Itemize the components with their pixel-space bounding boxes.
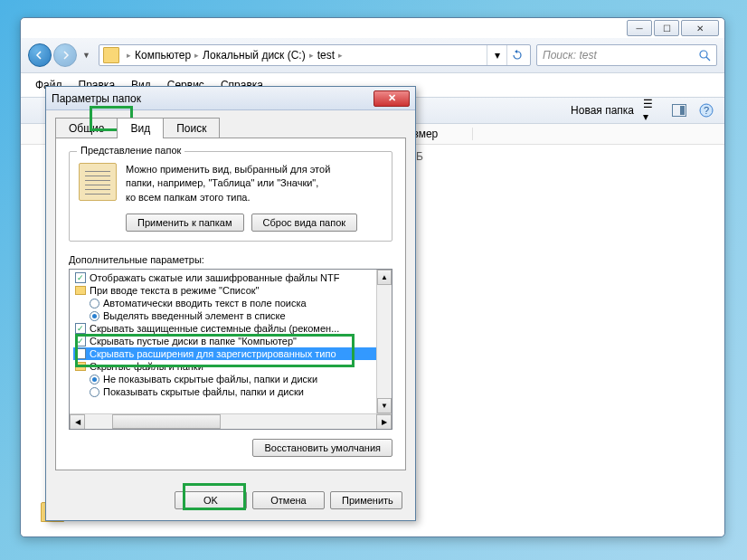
tree-item-label: Не показывать скрытые файлы, папки и дис… bbox=[103, 374, 317, 384]
tree-item-1[interactable]: При вводе текста в режиме "Список" bbox=[73, 284, 388, 297]
toolbar-new-folder[interactable]: Новая папка bbox=[571, 104, 634, 117]
radio-icon[interactable] bbox=[90, 311, 99, 321]
tab-general[interactable]: Общие bbox=[55, 118, 118, 138]
folder-icon bbox=[103, 47, 119, 63]
advanced-label: Дополнительные параметры: bbox=[69, 254, 392, 265]
address-dropdown[interactable]: ▾ bbox=[487, 45, 506, 65]
apply-button[interactable]: Применить bbox=[330, 491, 402, 509]
search-placeholder: Поиск: test bbox=[543, 49, 597, 62]
tree-item-6[interactable]: Скрывать расширения для зарегистрированн… bbox=[73, 347, 388, 360]
dialog-close-button[interactable]: ✕ bbox=[374, 90, 410, 107]
tree-item-label: Скрытые файлы и папки bbox=[90, 361, 203, 372]
folder-options-dialog: Параметры папок ✕ Общие Вид Поиск Предст… bbox=[45, 86, 416, 521]
tree-item-label: Скрывать расширения для зарегистрированн… bbox=[90, 348, 336, 359]
refresh-button[interactable] bbox=[506, 45, 526, 65]
back-button[interactable] bbox=[28, 43, 52, 67]
checkbox-icon[interactable]: ✓ bbox=[75, 323, 86, 334]
checkbox-icon[interactable]: ✓ bbox=[75, 336, 86, 346]
preview-pane-button[interactable] bbox=[670, 101, 688, 119]
tab-view[interactable]: Вид bbox=[117, 118, 164, 138]
radio-icon[interactable] bbox=[90, 387, 99, 397]
breadcrumb-folder[interactable]: test bbox=[317, 49, 335, 62]
search-icon bbox=[698, 49, 711, 62]
svg-text:?: ? bbox=[704, 105, 709, 116]
dialog-titlebar[interactable]: Параметры папок ✕ bbox=[46, 87, 415, 110]
scroll-left-button[interactable]: ◀ bbox=[70, 414, 85, 430]
tab-search[interactable]: Поиск bbox=[163, 118, 220, 138]
help-button[interactable]: ? bbox=[697, 101, 715, 119]
tree-item-label: При вводе текста в режиме "Список" bbox=[90, 285, 259, 296]
minimize-button[interactable]: ─ bbox=[627, 20, 652, 36]
folder-views-group: Представление папок Можно применить вид,… bbox=[69, 151, 392, 242]
tree-item-7[interactable]: Скрытые файлы и папки bbox=[73, 360, 388, 373]
address-bar[interactable]: ▸ Компьютер ▸ Локальный диск (C:) ▸ test… bbox=[99, 44, 531, 66]
tree-item-0[interactable]: ✓Отображать сжатые или зашифрованные фай… bbox=[73, 271, 388, 284]
breadcrumb-drive[interactable]: Локальный диск (C:) bbox=[203, 49, 306, 62]
folder-icon bbox=[75, 362, 86, 371]
checkbox-icon[interactable]: ✓ bbox=[75, 272, 86, 283]
tree-item-label: Скрывать защищенные системные файлы (рек… bbox=[90, 323, 339, 334]
tree-item-8[interactable]: Не показывать скрытые файлы, папки и дис… bbox=[73, 373, 388, 385]
tree-item-2[interactable]: Автоматически вводить текст в поле поиск… bbox=[73, 297, 388, 309]
tree-item-label: Автоматически вводить текст в поле поиск… bbox=[103, 298, 307, 308]
tree-item-4[interactable]: ✓Скрывать защищенные системные файлы (ре… bbox=[73, 322, 388, 335]
tab-strip: Общие Вид Поиск bbox=[46, 110, 415, 138]
tree-item-label: Показывать скрытые файлы, папки и диски bbox=[103, 386, 304, 397]
vertical-scrollbar[interactable]: ▲ ▼ bbox=[376, 270, 392, 413]
folder-icon bbox=[75, 286, 86, 295]
horizontal-scrollbar[interactable]: ◀ ▶ bbox=[70, 413, 392, 429]
dialog-footer: OK Отмена Применить bbox=[46, 480, 415, 520]
svg-point-0 bbox=[700, 51, 707, 58]
search-input[interactable]: Поиск: test bbox=[536, 44, 717, 66]
maximize-button[interactable]: ☐ bbox=[654, 20, 679, 36]
tree-item-5[interactable]: ✓Скрывать пустые диски в папке "Компьюте… bbox=[73, 335, 388, 347]
scroll-down-button[interactable]: ▼ bbox=[377, 398, 392, 413]
group-description: Можно применить вид, выбранный для этой … bbox=[126, 163, 330, 204]
view-options-button[interactable]: ☰ ▾ bbox=[643, 101, 661, 119]
history-dropdown[interactable]: ▼ bbox=[82, 51, 93, 60]
window-controls: ─ ☐ ✕ bbox=[627, 20, 719, 36]
tree-item-label: Выделять введенный элемент в списке bbox=[103, 310, 286, 321]
dialog-title: Параметры папок bbox=[52, 92, 141, 105]
checkbox-icon[interactable] bbox=[75, 348, 86, 359]
radio-icon[interactable] bbox=[90, 299, 99, 308]
tree-item-label: Скрывать пустые диски в папке "Компьютер… bbox=[90, 336, 297, 346]
tree-item-9[interactable]: Показывать скрытые файлы, папки и диски bbox=[73, 385, 388, 398]
forward-button[interactable] bbox=[53, 43, 77, 67]
ok-button[interactable]: OK bbox=[175, 491, 247, 509]
scroll-right-button[interactable]: ▶ bbox=[376, 414, 392, 430]
scroll-up-button[interactable]: ▲ bbox=[377, 270, 392, 285]
radio-icon[interactable] bbox=[90, 375, 99, 384]
close-button[interactable]: ✕ bbox=[681, 20, 719, 36]
apply-to-folders-button[interactable]: Применить к папкам bbox=[126, 214, 244, 232]
breadcrumb-computer[interactable]: Компьютер bbox=[135, 49, 191, 62]
cancel-button[interactable]: Отмена bbox=[252, 491, 325, 509]
tree-item-3[interactable]: Выделять введенный элемент в списке bbox=[73, 309, 388, 322]
navigation-bar: ▼ ▸ Компьютер ▸ Локальный диск (C:) ▸ te… bbox=[21, 38, 724, 73]
svg-rect-3 bbox=[680, 106, 685, 115]
group-title: Представление папок bbox=[77, 145, 184, 156]
restore-defaults-button[interactable]: Восстановить умолчания bbox=[252, 439, 392, 457]
advanced-settings-tree[interactable]: ✓Отображать сжатые или зашифрованные фай… bbox=[69, 269, 392, 430]
folder-large-icon bbox=[79, 163, 117, 201]
scroll-thumb[interactable] bbox=[112, 414, 221, 429]
reset-folders-button[interactable]: Сброс вида папок bbox=[251, 214, 358, 232]
tree-item-label: Отображать сжатые или зашифрованные файл… bbox=[90, 272, 339, 283]
svg-line-1 bbox=[706, 57, 710, 61]
tab-content: Представление папок Можно применить вид,… bbox=[55, 138, 406, 470]
